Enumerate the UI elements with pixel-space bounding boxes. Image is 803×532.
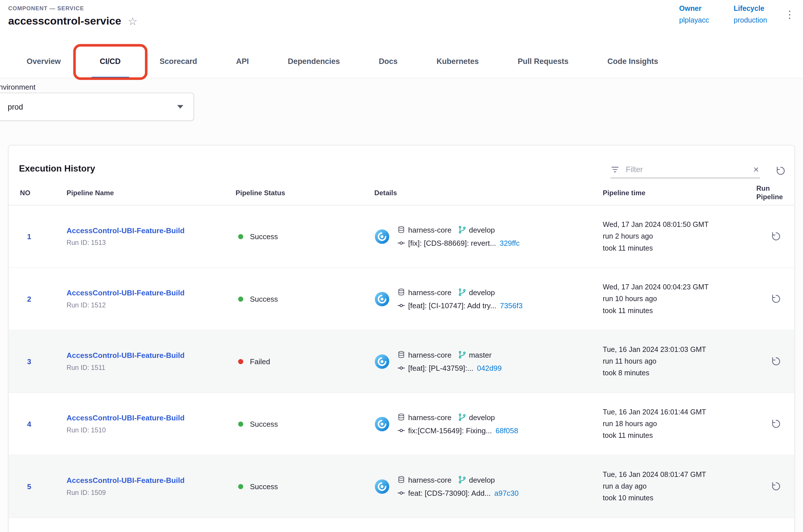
pipeline-time-date: Tue, 16 Jan 2024 16:01:44 GMT xyxy=(603,406,756,418)
run-id: Run ID: 1509 xyxy=(66,489,235,496)
tab-scorecard[interactable]: Scorecard xyxy=(140,44,216,78)
tab-ci-cd[interactable]: CI/CD xyxy=(80,44,140,78)
table-row: 2 AccessControl-UBI-Feature-Build Run ID… xyxy=(9,268,795,330)
owner-link[interactable]: plplayacc xyxy=(679,16,709,24)
run-pipeline-button[interactable] xyxy=(770,481,781,492)
pipeline-time-cell: Tue, 16 Jan 2024 08:01:47 GMT run a day … xyxy=(603,469,756,504)
git-branch-icon xyxy=(458,226,466,234)
filter-input[interactable] xyxy=(625,165,752,174)
commit-message: fix:[CCM-15649]: Fixing... xyxy=(408,426,492,435)
commit-message: feat: [CDS-73090]: Add... xyxy=(408,489,491,497)
details-cell: harness-core master [feat]: [PL-43759]:.… xyxy=(375,350,603,373)
branch-name: develop xyxy=(469,226,495,234)
run-id: Run ID: 1513 xyxy=(66,239,235,246)
pipeline-name-link[interactable]: AccessControl-UBI-Feature-Build xyxy=(66,352,235,360)
branch-name: develop xyxy=(469,413,495,421)
run-pipeline-button[interactable] xyxy=(770,356,781,367)
tab-bar: OverviewCI/CDScorecardAPIDependenciesDoc… xyxy=(0,44,803,78)
rerun-icon xyxy=(770,418,781,429)
status-dot xyxy=(238,421,243,426)
pipeline-time-duration: took 11 minutes xyxy=(603,242,756,254)
tab-dependencies[interactable]: Dependencies xyxy=(268,44,359,78)
pipeline-name-link[interactable]: AccessControl-UBI-Feature-Build xyxy=(66,289,235,297)
repository-icon xyxy=(397,226,406,234)
status-dot xyxy=(238,484,243,489)
commit-sha-link[interactable]: 042d99 xyxy=(477,364,502,372)
pipeline-time-cell: Tue, 16 Jan 2024 23:01:03 GMT run 11 hou… xyxy=(603,344,756,379)
pipeline-time-duration: took 11 minutes xyxy=(603,430,756,441)
pipeline-time-relative: run 2 hours ago xyxy=(603,231,756,242)
lifecycle-label: Lifecycle xyxy=(734,4,767,12)
pipeline-status-cell: Success xyxy=(236,232,375,241)
commit-sha-link[interactable]: 7356f3 xyxy=(500,301,523,310)
pipeline-status-cell: Success xyxy=(236,420,375,428)
commit-sha-link[interactable]: a97c30 xyxy=(494,489,518,497)
pipeline-time-cell: Wed, 17 Jan 2024 08:01:50 GMT run 2 hour… xyxy=(603,218,756,254)
environment-selected-value: prod xyxy=(8,102,23,111)
content-area: Environment prod Execution History × NOP… xyxy=(0,78,803,532)
run-pipeline-button[interactable] xyxy=(770,293,781,304)
status-dot xyxy=(238,234,243,239)
run-pipeline-button[interactable] xyxy=(770,418,781,429)
tab-kubernetes[interactable]: Kubernetes xyxy=(417,44,498,78)
refresh-button[interactable] xyxy=(775,166,786,176)
git-commit-icon xyxy=(397,301,406,310)
tab-api[interactable]: API xyxy=(216,44,268,78)
pipeline-time-duration: took 11 minutes xyxy=(603,305,756,317)
status-label: Failed xyxy=(250,357,270,366)
tab-code-insights[interactable]: Code Insights xyxy=(588,44,677,78)
pipeline-icon xyxy=(375,291,390,306)
pipeline-time-duration: took 8 minutes xyxy=(603,367,756,379)
page-header: COMPONENT — SERVICE accesscontrol-servic… xyxy=(0,0,803,44)
lifecycle-block: Lifecycle production xyxy=(734,4,767,24)
pipeline-time-relative: run 18 hours ago xyxy=(603,418,756,430)
pipeline-name-link[interactable]: AccessControl-UBI-Feature-Build xyxy=(66,226,235,234)
pipeline-name-link[interactable]: AccessControl-UBI-Feature-Build xyxy=(66,476,235,484)
chevron-down-icon xyxy=(177,105,184,109)
rerun-icon xyxy=(770,293,781,304)
commit-sha-link[interactable]: 68f058 xyxy=(495,426,518,435)
pipeline-time-relative: run 11 hours ago xyxy=(603,355,756,367)
status-dot xyxy=(238,296,243,301)
tab-docs[interactable]: Docs xyxy=(359,44,417,78)
pipeline-icon xyxy=(375,354,390,369)
branch-name: develop xyxy=(469,475,495,484)
owner-block: Owner plplayacc xyxy=(679,4,709,24)
row-number: 4 xyxy=(20,420,66,428)
more-options-icon[interactable]: ⋮ xyxy=(784,9,795,19)
page-title: accesscontrol-service xyxy=(8,15,121,27)
column-header-pipeline-name: Pipeline Name xyxy=(66,189,235,197)
tab-overview[interactable]: Overview xyxy=(7,44,80,78)
git-branch-icon xyxy=(458,288,466,297)
repository-icon xyxy=(397,475,406,484)
details-cell: harness-core develop [fix]: [CDS-88669]:… xyxy=(375,226,603,247)
commit-sha-link[interactable]: 329ffc xyxy=(500,239,520,247)
row-number: 1 xyxy=(20,232,66,241)
repository-name: harness-core xyxy=(408,350,452,359)
panel-title: Execution History xyxy=(19,163,95,174)
favorite-star-icon[interactable]: ☆ xyxy=(128,16,137,26)
pipeline-name-link[interactable]: AccessControl-UBI-Feature-Build xyxy=(66,414,235,422)
filter-box: × xyxy=(610,165,760,178)
column-header-run-pipeline: Run Pipeline xyxy=(757,184,795,202)
git-commit-icon xyxy=(397,239,406,247)
environment-select[interactable]: prod xyxy=(0,93,194,121)
details-cell: harness-core develop [feat]: [CI-10747]:… xyxy=(375,288,603,310)
row-number: 2 xyxy=(20,295,66,303)
rerun-icon xyxy=(770,231,781,242)
repository-name: harness-core xyxy=(408,226,452,234)
run-pipeline-button[interactable] xyxy=(770,231,781,242)
column-header-no: NO xyxy=(20,189,66,197)
column-header-pipeline-time: Pipeline time xyxy=(603,189,756,197)
git-commit-icon xyxy=(397,426,406,435)
repository-icon xyxy=(397,350,406,359)
pipeline-status-cell: Failed xyxy=(236,357,375,366)
row-number: 3 xyxy=(20,357,66,366)
commit-message: [feat]: [CI-10747]: Add try... xyxy=(408,301,496,310)
status-label: Success xyxy=(250,420,278,428)
table-row: 4 AccessControl-UBI-Feature-Build Run ID… xyxy=(9,393,795,455)
clear-filter-icon[interactable]: × xyxy=(752,165,760,174)
tab-pull-requests[interactable]: Pull Requests xyxy=(498,44,588,78)
repository-name: harness-core xyxy=(408,475,452,484)
execution-history-panel: Execution History × NOPipeline NamePipel… xyxy=(8,145,795,532)
